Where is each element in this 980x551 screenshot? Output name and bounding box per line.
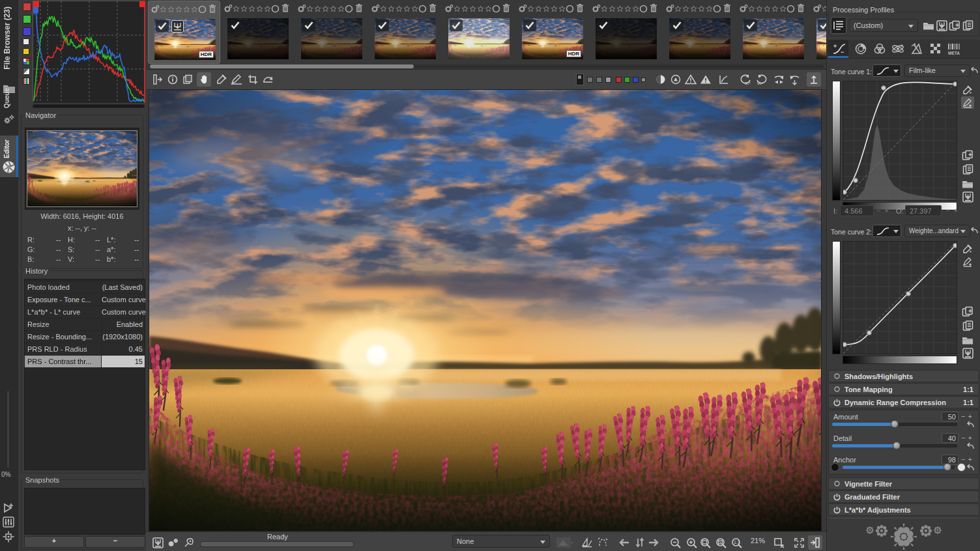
- svg-text:90°: 90°: [757, 81, 764, 85]
- svg-text:1:1: 1:1: [734, 540, 740, 544]
- svg-text:−: −: [841, 49, 844, 55]
- svg-text:90°: 90°: [745, 81, 751, 85]
- svg-text:+: +: [833, 43, 837, 49]
- svg-text:META: META: [948, 51, 960, 55]
- svg-text:+: +: [969, 249, 972, 254]
- svg-text:+: +: [969, 90, 972, 95]
